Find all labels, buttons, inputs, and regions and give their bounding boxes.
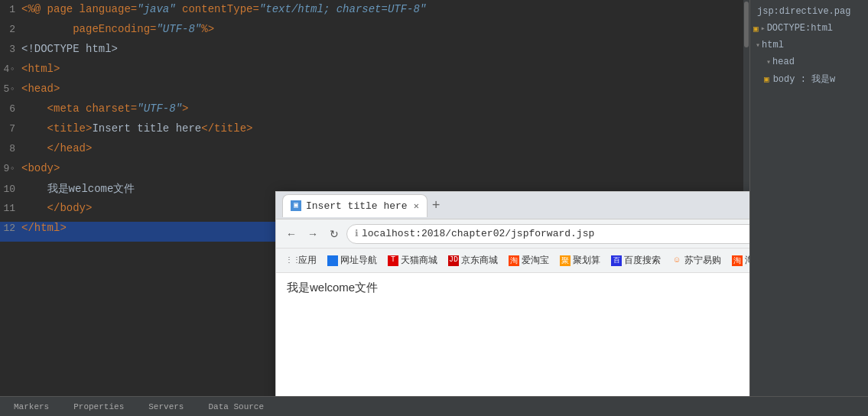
line-content: <!DOCTYPE html>	[21, 43, 118, 55]
status-tab-servers[interactable]: Servers	[141, 401, 191, 413]
bookmark-jd-label: 京东商城	[461, 254, 498, 267]
outline-type-icon: ▣	[753, 24, 759, 34]
bookmark-nav-label: 网址导航	[340, 254, 377, 267]
lock-icon: ℹ	[355, 228, 359, 239]
outline-panel: jsp:directive.pag▣▸ DOCTYPE:html▾ html▾ …	[749, 0, 868, 396]
tab-favicon: ▣	[291, 200, 301, 211]
taobao-icon: 淘	[509, 255, 519, 266]
code-line: 6 <meta charset="UTF-8">	[0, 102, 749, 122]
outline-item[interactable]: ▣body : 我是w	[750, 70, 868, 87]
bookmark-nav[interactable]: 网址导航	[323, 252, 382, 268]
browser-titlebar: ▣ Insert title here ✕ +	[276, 192, 749, 219]
tab-title: Insert title here	[306, 200, 408, 212]
line-number: 5◦	[0, 83, 21, 95]
outline-item-label: body : 我是w	[773, 73, 836, 86]
line-number: 4◦	[0, 63, 21, 75]
bookmark-taobao-special[interactable]: 淘 淘宝特卖	[727, 252, 749, 268]
line-number: 2	[0, 24, 21, 35]
outline-expand-icon: ▸	[761, 24, 766, 33]
outline-item-label: html	[762, 40, 784, 50]
back-button[interactable]: ←	[282, 225, 301, 243]
url-text: localhost:2018/chapter02/jspforward.jsp	[362, 228, 594, 239]
code-line: 7 <title>Insert title here</title>	[0, 122, 749, 142]
outline-expand-icon: ▾	[766, 57, 771, 67]
browser-nav: ← → ↻ ℹ localhost:2018/chapter02/jspforw…	[276, 219, 749, 249]
apps-icon: ⋮⋮	[285, 255, 296, 266]
bookmark-jd[interactable]: JD 京东商城	[444, 252, 502, 268]
status-tab-datasource[interactable]: Data Source	[200, 401, 271, 413]
outline-item[interactable]: jsp:directive.pag	[750, 3, 868, 20]
bookmarks-bar: ⋮⋮ 应用 网址导航 T 天猫商城 JD 京东商城 淘 爱淘宝	[276, 249, 749, 273]
url-bar[interactable]: ℹ localhost:2018/chapter02/jspforward.js…	[346, 224, 749, 244]
bookmark-taobao-label: 爱淘宝	[522, 254, 549, 267]
line-content: </html>	[21, 222, 67, 234]
taobao-special-icon: 淘	[732, 255, 743, 266]
outline-item-label: head	[772, 57, 795, 67]
bookmark-suning-label: 苏宁易购	[684, 254, 721, 267]
bookmark-baidu[interactable]: 百 百度搜索	[606, 252, 665, 268]
line-content: <body>	[21, 162, 60, 174]
browser-content: 我是welcome文件	[276, 273, 749, 396]
line-number: 10	[0, 184, 21, 195]
status-tab-markers[interactable]: Markers	[6, 401, 57, 413]
bookmark-suning[interactable]: ☺ 苏宁易购	[667, 252, 726, 268]
refresh-button[interactable]: ↻	[325, 225, 343, 243]
outline-item-label: DOCTYPE:html	[767, 23, 833, 34]
line-content: <meta charset="UTF-8">	[21, 102, 188, 115]
outline-item[interactable]: ▾ html	[750, 37, 868, 54]
jd-icon: JD	[448, 255, 459, 266]
forward-button[interactable]: →	[304, 225, 322, 243]
code-editor[interactable]: 1<%@ page language="java" contentType="t…	[0, 0, 749, 396]
bookmark-baidu-label: 百度搜索	[624, 254, 661, 267]
code-line: 4◦<html>	[0, 63, 749, 83]
line-number: 8	[0, 143, 21, 154]
browser-window: ▣ Insert title here ✕ + ← → ↻ ℹ localhos…	[275, 191, 749, 396]
line-number: 1	[0, 4, 21, 15]
line-number: 6	[0, 103, 21, 115]
tab-close-button[interactable]: ✕	[414, 200, 419, 212]
status-bar: Markers Properties Servers Data Source	[0, 396, 868, 416]
line-content: </body>	[21, 202, 92, 214]
line-number: 12	[0, 223, 21, 234]
bookmark-tmall[interactable]: T 天猫商城	[383, 252, 442, 268]
nav-icon	[327, 255, 338, 266]
line-number: 7	[0, 123, 21, 135]
code-line: 1<%@ page language="java" contentType="t…	[0, 3, 749, 23]
bookmark-jhs-label: 聚划算	[573, 254, 600, 267]
new-tab-button[interactable]: +	[432, 198, 441, 213]
line-content: <title>Insert title here</title>	[21, 122, 252, 135]
bookmark-tmall-label: 天猫商城	[401, 254, 437, 267]
line-number: 9◦	[0, 163, 21, 174]
line-number: 3	[0, 44, 21, 55]
line-number: 11	[0, 203, 21, 214]
tmall-icon: T	[388, 255, 398, 266]
page-text: 我是welcome文件	[287, 281, 749, 295]
code-line: 2 pageEncoding="UTF-8"%>	[0, 23, 749, 43]
outline-type-icon: ▣	[764, 74, 769, 84]
code-line: 8 </head>	[0, 142, 749, 162]
suning-icon: ☺	[671, 255, 682, 266]
baidu-icon: 百	[611, 255, 622, 266]
bookmark-taobao-special-label: 淘宝特卖	[745, 254, 749, 267]
bookmark-apps-label: 应用	[298, 254, 317, 267]
line-content: <html>	[21, 63, 60, 75]
bookmark-taobao[interactable]: 淘 爱淘宝	[504, 252, 554, 268]
line-content: pageEncoding="UTF-8"%>	[21, 23, 214, 35]
line-content: <head>	[21, 83, 60, 95]
code-line: 3<!DOCTYPE html>	[0, 43, 749, 63]
line-content: <%@ page language="java" contentType="te…	[21, 3, 426, 15]
browser-tab[interactable]: ▣ Insert title here ✕	[282, 194, 427, 217]
code-line: 5◦<head>	[0, 83, 749, 102]
outline-item-label: jsp:directive.pag	[757, 6, 850, 17]
outline-item[interactable]: ▾ head	[750, 54, 868, 70]
scroll-thumb[interactable]	[744, 2, 749, 47]
bookmark-apps[interactable]: ⋮⋮ 应用	[281, 252, 321, 268]
outline-expand-icon: ▾	[756, 41, 760, 50]
jhs-icon: 聚	[560, 255, 571, 266]
outline-item[interactable]: ▣▸ DOCTYPE:html	[750, 20, 868, 37]
bookmark-jhs[interactable]: 聚 聚划算	[555, 252, 605, 268]
status-tab-properties[interactable]: Properties	[66, 401, 132, 413]
line-content: 我是welcome文件	[21, 182, 135, 196]
code-line: 9◦<body>	[0, 162, 749, 182]
line-content: </head>	[21, 142, 92, 154]
